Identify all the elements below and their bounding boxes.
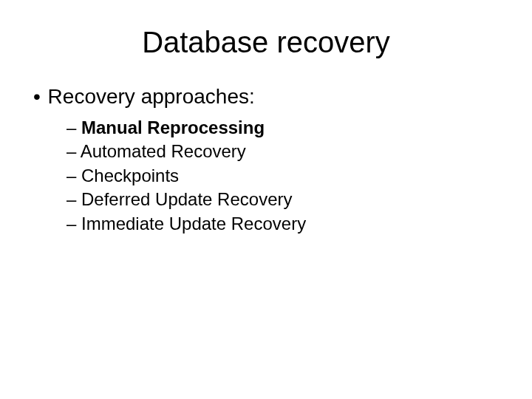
slide-title: Database recovery <box>30 26 502 59</box>
sub-bullet: Immediate Update Recovery <box>66 212 502 236</box>
sub-bullet-text: Manual Reprocessing <box>81 117 265 137</box>
bullet-text: Recovery approaches: <box>48 85 255 108</box>
sub-bullet: Automated Recovery <box>66 140 502 163</box>
sub-bullet-text: Checkpoints <box>81 166 179 185</box>
sub-bullet: Checkpoints <box>66 164 502 188</box>
sub-bullet: Manual Reprocessing <box>66 116 502 140</box>
sub-bullet-text: Automated Recovery <box>81 141 246 161</box>
sub-bullet-text: Deferred Update Recovery <box>81 189 292 209</box>
sub-bullet-text: Immediate Update Recovery <box>81 214 306 233</box>
bullet-level1: Recovery approaches: <box>33 85 502 109</box>
sub-bullet: Deferred Update Recovery <box>66 188 502 211</box>
